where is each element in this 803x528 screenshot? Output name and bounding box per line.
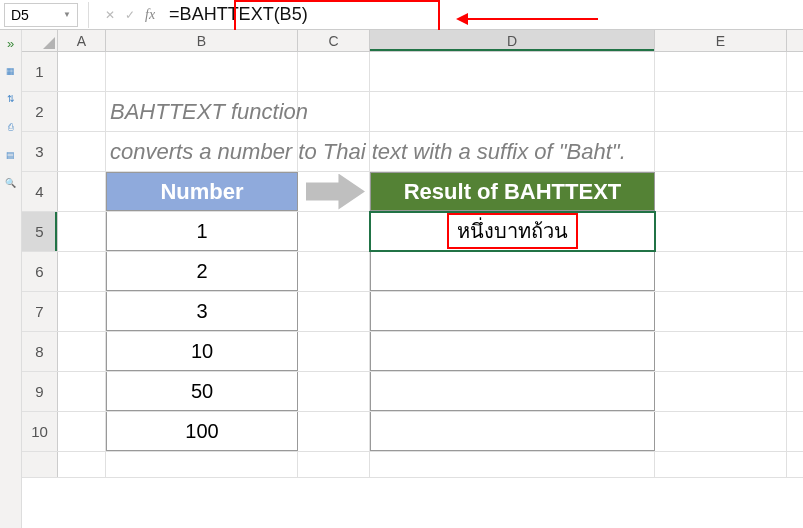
cell-E3[interactable]: [655, 132, 787, 171]
cell-A1[interactable]: [58, 52, 106, 91]
cell-E2[interactable]: [655, 92, 787, 131]
enter-icon[interactable]: ✓: [125, 8, 135, 22]
cell-C2[interactable]: [298, 92, 370, 131]
cell-E9[interactable]: [655, 372, 787, 411]
cell-partial-D[interactable]: [370, 452, 655, 477]
cell-C10[interactable]: [298, 412, 370, 451]
row-header-2[interactable]: 2: [22, 92, 58, 131]
row-header-5[interactable]: 5: [22, 212, 58, 251]
row-header-1[interactable]: 1: [22, 52, 58, 91]
cell-C7[interactable]: [298, 292, 370, 331]
spreadsheet-grid: A B C D E 1 2 BAHTTEXT function 3 conver…: [22, 30, 803, 478]
row-header-8[interactable]: 8: [22, 332, 58, 371]
fx-icon[interactable]: fx: [145, 7, 155, 23]
cell-partial-B[interactable]: [106, 452, 298, 477]
expand-icon[interactable]: »: [4, 36, 18, 50]
cell-D6[interactable]: [370, 252, 655, 291]
cell-D8[interactable]: [370, 332, 655, 371]
cell-A5[interactable]: [58, 212, 106, 251]
cell-B2[interactable]: BAHTTEXT function: [106, 92, 298, 131]
header-number[interactable]: Number: [106, 172, 298, 211]
cell-C5[interactable]: [298, 212, 370, 251]
cell-E1[interactable]: [655, 52, 787, 91]
row-header-10[interactable]: 10: [22, 412, 58, 451]
print-icon[interactable]: ⎙: [4, 120, 18, 134]
row-header-4[interactable]: 4: [22, 172, 58, 211]
cell-A3[interactable]: [58, 132, 106, 171]
row-header-6[interactable]: 6: [22, 252, 58, 291]
cell-partial-C[interactable]: [298, 452, 370, 477]
cell-B7[interactable]: 3: [106, 292, 298, 331]
cell-B1[interactable]: [106, 52, 298, 91]
find-icon[interactable]: 🔍: [4, 176, 18, 190]
cell-A6[interactable]: [58, 252, 106, 291]
row-7: 7 3: [22, 292, 803, 332]
cell-partial-E[interactable]: [655, 452, 787, 477]
cell-E4[interactable]: [655, 172, 787, 211]
cell-A7[interactable]: [58, 292, 106, 331]
cell-B10[interactable]: 100: [106, 412, 298, 451]
cell-A8[interactable]: [58, 332, 106, 371]
cell-B8[interactable]: 10: [106, 332, 298, 371]
cell-B3[interactable]: converts a number to Thai text with a su…: [106, 132, 298, 171]
cell-B5[interactable]: 1: [106, 212, 298, 251]
cell-C3[interactable]: [298, 132, 370, 171]
cell-value: 2: [196, 260, 207, 283]
formula-input[interactable]: [161, 3, 803, 27]
cell-A4[interactable]: [58, 172, 106, 211]
cell-value: หนึ่งบาทถ้วน: [457, 220, 568, 242]
cell-D9[interactable]: [370, 372, 655, 411]
arrow-icon: [306, 174, 365, 210]
cell-E10[interactable]: [655, 412, 787, 451]
row-3: 3 converts a number to Thai text with a …: [22, 132, 803, 172]
col-label: B: [197, 33, 206, 49]
row-header-partial[interactable]: [22, 452, 58, 477]
header-result[interactable]: Result of BAHTTEXT: [370, 172, 655, 211]
cell-D7[interactable]: [370, 292, 655, 331]
col-label: C: [328, 33, 338, 49]
row-9: 9 50: [22, 372, 803, 412]
cell-E8[interactable]: [655, 332, 787, 371]
col-header-C[interactable]: C: [298, 30, 370, 51]
header-label: Number: [160, 179, 243, 205]
cell-A10[interactable]: [58, 412, 106, 451]
row-partial: [22, 452, 803, 478]
cell-C6[interactable]: [298, 252, 370, 291]
cell-A9[interactable]: [58, 372, 106, 411]
row-header-9[interactable]: 9: [22, 372, 58, 411]
cell-E5[interactable]: [655, 212, 787, 251]
cell-B9[interactable]: 50: [106, 372, 298, 411]
cell-value: 1: [196, 220, 207, 243]
row-header-3[interactable]: 3: [22, 132, 58, 171]
cell-C9[interactable]: [298, 372, 370, 411]
cell-C1[interactable]: [298, 52, 370, 91]
cell-D1[interactable]: [370, 52, 655, 91]
table-icon[interactable]: ▦: [4, 64, 18, 78]
row-label: 8: [35, 343, 43, 360]
row-label: 7: [35, 303, 43, 320]
cell-C4[interactable]: [298, 172, 370, 211]
col-header-D[interactable]: D: [370, 30, 655, 51]
name-box[interactable]: D5 ▼: [4, 3, 78, 27]
grid-icon[interactable]: ▤: [4, 148, 18, 162]
cell-D5[interactable]: หนึ่งบาทถ้วน: [370, 212, 655, 251]
col-label: D: [507, 33, 517, 49]
col-header-B[interactable]: B: [106, 30, 298, 51]
row-label: 6: [35, 263, 43, 280]
cell-A2[interactable]: [58, 92, 106, 131]
cancel-icon[interactable]: ✕: [105, 8, 115, 22]
cell-E6[interactable]: [655, 252, 787, 291]
row-header-7[interactable]: 7: [22, 292, 58, 331]
sort-icon[interactable]: ⇅: [4, 92, 18, 106]
cell-D2[interactable]: [370, 92, 655, 131]
col-header-A[interactable]: A: [58, 30, 106, 51]
col-header-E[interactable]: E: [655, 30, 787, 51]
cell-C8[interactable]: [298, 332, 370, 371]
dropdown-icon[interactable]: ▼: [63, 10, 71, 19]
cell-B6[interactable]: 2: [106, 252, 298, 291]
select-all-button[interactable]: [22, 30, 58, 51]
cell-D3[interactable]: [370, 132, 655, 171]
cell-partial-A[interactable]: [58, 452, 106, 477]
cell-E7[interactable]: [655, 292, 787, 331]
cell-D10[interactable]: [370, 412, 655, 451]
